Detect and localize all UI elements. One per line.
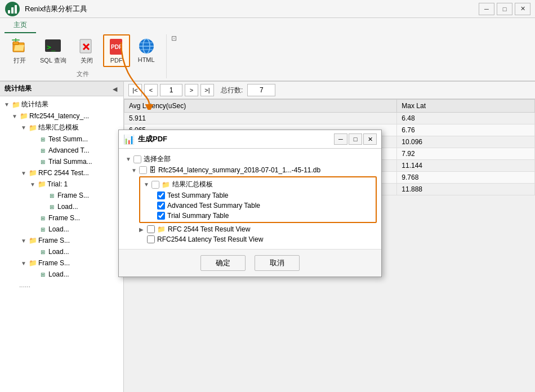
tree-node-dots: ...... [0, 280, 123, 290]
page-input[interactable] [160, 84, 182, 96]
tree-node-trial1[interactable]: ▼ 📁 Trial: 1 [0, 179, 123, 190]
tree-node-load2[interactable]: ▶ ⊞ Load... [0, 224, 123, 235]
expander-rfc[interactable]: ▼ [10, 113, 19, 119]
dlg-expander-summary[interactable]: ▼ [144, 181, 151, 188]
tree-node-frames3[interactable]: ▼ 📁 Frame S... [0, 235, 123, 246]
tree-node-frames4[interactable]: ▼ 📁 Frame S... [0, 257, 123, 269]
dlg-label-rfc2544: RFC 2544 Test Result View [168, 225, 250, 233]
cancel-button[interactable]: 取消 [255, 255, 300, 271]
dlg-node-summary[interactable]: ▼ 📁 结果汇总模板 [141, 179, 374, 190]
dialog-body: ▼ 选择全部 ▼ 🗄 Rfc2544_latency_summary_2018-… [119, 149, 381, 249]
dlg-node-dbfile[interactable]: ▼ 🗄 Rfc2544_latency_summary_2018-07-01_1… [123, 165, 377, 175]
maximize-button[interactable]: □ [497, 3, 512, 15]
tree-dots: ...... [19, 281, 30, 289]
table-cell: 6.76 [397, 124, 535, 136]
sidebar-tree: ▼ 📁 统计结果 ▼ 📁 Rfc2544_latency_... ▼ 📁 结果汇… [0, 96, 123, 392]
nav-next-button[interactable]: > [185, 84, 198, 96]
tree-node-load4[interactable]: ▶ ⊞ Load... [0, 269, 123, 280]
dialog-title-bar[interactable]: 📊 生成PDF ─ □ ✕ [119, 130, 381, 149]
tree-node-root[interactable]: ▼ 📁 统计结果 [0, 99, 123, 110]
open-button[interactable]: 打开 [7, 34, 33, 68]
dlg-expander-selectall[interactable]: ▼ [126, 156, 133, 162]
dlg-checkbox-trialsumm[interactable] [157, 212, 165, 220]
tree-node-testsumm[interactable]: ▶ ⊞ Test Summ... [0, 133, 123, 145]
pdf-dialog: 📊 生成PDF ─ □ ✕ ▼ 选择全部 ▼ 🗄 Rfc2544_latency… [118, 130, 382, 277]
row-count-label: 总行数: [221, 86, 243, 95]
dlg-expander-dbfile[interactable]: ▼ [131, 167, 139, 173]
nav-prev-button[interactable]: < [144, 84, 158, 96]
tree-node-frames2[interactable]: ▶ ⊞ Frame S... [0, 212, 123, 224]
dlg-label-trialsumm: Trial Summary Table [167, 212, 229, 220]
close-label: 关闭 [81, 56, 93, 65]
table-icon-frames1: ⊞ [47, 191, 56, 200]
sql-icon: >_ [44, 37, 62, 55]
dlg-expander-rfc2544[interactable]: ▶ [139, 226, 147, 233]
dlg-node-latency[interactable]: ▶ RFC2544 Latency Test Result View [123, 234, 377, 244]
table-cell: 9.768 [397, 172, 535, 184]
dialog-title-text: 生成PDF [138, 134, 167, 144]
nav-first-button[interactable]: |< [128, 84, 142, 96]
folder-icon-frames4: 📁 [28, 259, 37, 268]
nav-last-button[interactable]: >| [200, 84, 214, 96]
dlg-node-rfc2544[interactable]: ▶ 📁 RFC 2544 Test Result View [123, 224, 377, 234]
sidebar-toggle[interactable]: ◄ [111, 84, 119, 93]
dlg-node-selectall[interactable]: ▼ 选择全部 [123, 153, 377, 165]
pdf-label: PDF [110, 57, 123, 64]
ribbon: 主页 打开 [0, 18, 535, 82]
tree-node-rfc2544[interactable]: ▼ 📁 RFC 2544 Test... [0, 167, 123, 179]
dlg-node-testsumm[interactable]: Test Summary Table [141, 190, 374, 201]
dlg-checkbox-rfc2544[interactable] [147, 225, 155, 233]
ribbon-group-file: 打开 >_ SQL 查询 [5, 34, 167, 78]
dlg-checkbox-advanced[interactable] [157, 202, 165, 210]
expander-rfc2544[interactable]: ▼ [19, 170, 28, 176]
tree-node-load3[interactable]: ▶ ⊞ Load... [0, 246, 123, 257]
ribbon-expand-icon[interactable]: ⊡ [171, 34, 177, 42]
folder-icon-root: 📁 [11, 100, 20, 109]
open-label: 打开 [14, 56, 26, 65]
dlg-node-trialsumm[interactable]: Trial Summary Table [141, 211, 374, 221]
expander-frames3[interactable]: ▼ [19, 238, 28, 244]
dialog-close-button[interactable]: ✕ [363, 133, 377, 145]
dlg-label-selectall: 选择全部 [144, 154, 171, 164]
sidebar: 统计结果 ◄ ▼ 📁 统计结果 ▼ 📁 Rfc2544_latency_... … [0, 82, 124, 392]
dlg-highlight-box: ▼ 📁 结果汇总模板 Test Summary Table Advanced T… [139, 176, 377, 223]
table-icon-advanced: ⊞ [38, 146, 47, 155]
dialog-minimize-button[interactable]: ─ [334, 133, 347, 145]
folder-icon-trial1: 📁 [37, 180, 46, 189]
tree-label-frames2: Frame S... [48, 214, 80, 222]
dlg-checkbox-selectall[interactable] [133, 155, 141, 163]
tree-node-trialsumm[interactable]: ▶ ⊞ Trial Summa... [0, 156, 123, 167]
html-label: HTML [138, 56, 155, 63]
expander-summary[interactable]: ▼ [19, 124, 28, 131]
tree-node-summary[interactable]: ▼ 📁 结果汇总模板 [0, 122, 123, 133]
close-button[interactable]: ✕ [515, 3, 530, 15]
tree-node-frames1[interactable]: ▶ ⊞ Frame S... [0, 190, 123, 201]
tree-node-advanced[interactable]: ▶ ⊞ Advanced T... [0, 145, 123, 156]
tree-node-rfc[interactable]: ▼ 📁 Rfc2544_latency_... [0, 110, 123, 122]
expander-trial1[interactable]: ▼ [28, 181, 37, 188]
expander-root[interactable]: ▼ [2, 101, 11, 108]
sql-button[interactable]: >_ SQL 查询 [36, 34, 70, 68]
pdf-button[interactable]: PDF PDF [103, 34, 130, 67]
tree-node-load1[interactable]: ▶ ⊞ Load... [0, 201, 123, 212]
minimize-button[interactable]: ─ [479, 3, 494, 15]
dialog-maximize-button[interactable]: □ [349, 133, 362, 145]
dlg-label-testsumm: Test Summary Table [167, 191, 229, 199]
table-icon-frames2: ⊞ [38, 213, 47, 222]
confirm-button[interactable]: 确定 [200, 255, 246, 271]
dlg-checkbox-dbfile[interactable] [139, 166, 147, 174]
tree-label-load4: Load... [48, 270, 69, 278]
tab-home[interactable]: 主页 [5, 18, 36, 33]
dlg-checkbox-latency[interactable] [147, 235, 155, 243]
tree-label-testsumm: Test Summ... [48, 135, 88, 143]
close-file-button[interactable]: 关闭 [74, 34, 100, 68]
html-button[interactable]: HTML [133, 34, 159, 66]
svg-text:PDF: PDF [111, 44, 122, 50]
tree-label-load1: Load... [57, 203, 78, 211]
table-icon-load1: ⊞ [47, 202, 56, 211]
dlg-node-advanced[interactable]: Advanced Test Summary Table [141, 201, 374, 211]
dlg-checkbox-testsumm[interactable] [157, 191, 165, 199]
expander-frames4[interactable]: ▼ [19, 260, 28, 266]
dlg-folder-icon-rfc2544: 📁 [157, 225, 166, 233]
dlg-checkbox-summary[interactable] [151, 181, 159, 189]
